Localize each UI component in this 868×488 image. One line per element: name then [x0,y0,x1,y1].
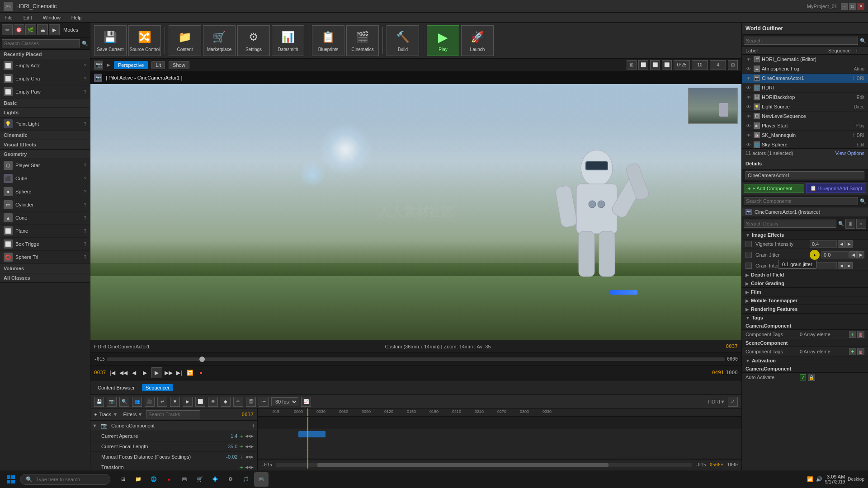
seq-menu-btn[interactable]: ▼ [170,397,180,407]
seq-keyframe-btn[interactable]: ◆ [221,397,231,407]
grain-jitter-value[interactable] [821,251,849,258]
eye-icon[interactable]: 👁 [745,132,752,138]
tl-range-bar[interactable] [276,463,692,467]
go-to-start-btn[interactable]: |◀ [108,368,117,377]
scene-tags-add-btn[interactable]: + [849,348,856,355]
task-view-btn[interactable]: ⊞ [116,472,130,487]
app1-btn[interactable]: 💠 [208,472,222,487]
track-focal-length[interactable]: Current Focal Length 35.0 + ◀●▶ [90,441,257,452]
list-item[interactable]: ▲ Cone ? [0,211,90,225]
list-item[interactable]: ⬜ Empty Paw ? [0,85,90,99]
maximize-btn[interactable]: □ [849,3,856,10]
viewport-ctrl-4[interactable]: ⬜ [662,60,672,70]
actor-name-input[interactable] [745,171,864,179]
outliner-item-hdri-cinematic[interactable]: 👁 🎬 HDRI_Cinematic (Editor) [742,55,868,64]
list-item[interactable]: ⬜ Empty Acto ? [0,59,90,72]
list-item[interactable]: 💡 Point Light ? [0,117,90,131]
outliner-item-atmos-fog[interactable]: 👁 ☁ Atmospheric Fog Atmo [742,64,868,74]
mode-select-icon[interactable]: ✏ [2,24,13,35]
seq-group-btn[interactable]: 👥 [132,397,142,407]
category-visual-effects[interactable]: Visual Effects [0,140,90,150]
mode-landscape-icon[interactable]: ⛰ [37,24,48,35]
eye-icon[interactable]: 👁 [745,75,752,81]
viewport-cam-speed[interactable]: 4 [710,60,726,70]
track-camera-component[interactable]: ▼ 📷 CameraComponent + [90,421,257,431]
seq-transport-btn[interactable]: ▶ [183,397,193,407]
step-fwd-btn[interactable]: ▶ [141,368,150,377]
seq-gizmo-btn[interactable]: ⊕ [208,397,218,407]
list-item[interactable]: ⬜ Empty Cha ? [0,72,90,85]
seq-wave-btn[interactable]: 〜 [259,397,269,407]
component-instance-item[interactable]: 📷 CineCameraActor1 (Instance) [742,207,868,217]
sequencer-tab[interactable]: Sequencer [142,384,173,391]
content-browser-tab[interactable]: Content Browser [94,384,138,391]
content-button[interactable]: 📁 Content [169,25,201,56]
outliner-item-level-sequence[interactable]: 👁 🎞 NewLevelSequence [742,112,868,121]
taskbar-search-input[interactable] [36,477,99,482]
view-options-btn[interactable]: View Options [835,150,864,156]
build-button[interactable]: 🔨 Build [387,25,419,56]
mode-foliage-icon[interactable]: 🌿 [25,24,36,35]
menu-help[interactable]: Help [69,14,85,21]
category-all-classes[interactable]: All Classes [0,273,90,283]
tags-add-btn[interactable]: + [849,331,856,338]
eye-icon[interactable]: 👁 [745,113,752,119]
search-details-input[interactable] [744,220,836,228]
playback-scrubber[interactable] [107,357,725,361]
next-key-btn[interactable]: ▶▶ [164,368,173,377]
close-btn[interactable]: ✕ [857,3,864,10]
grain-jitter-slider-btn[interactable]: ◀ [849,251,857,258]
category-basic[interactable]: Basic [0,99,90,108]
chrome-btn[interactable]: ● [162,472,176,487]
add-track-btn[interactable]: +Track▼ [94,412,118,417]
seq-snapshot-btn[interactable]: 📷 [107,397,117,407]
list-item[interactable]: ⬡ Player Star ? [0,159,90,172]
outliner-search-input[interactable] [744,37,858,45]
eye-icon[interactable]: 👁 [745,94,752,100]
outliner-item-light-source[interactable]: 👁 💡 Light Source Direc [742,102,868,112]
minimize-btn[interactable]: ─ [841,3,848,10]
details-view-grid-btn[interactable]: ⊞ [845,219,855,229]
start-button[interactable] [4,472,18,487]
viewport-grid-size[interactable]: 10 [692,60,708,70]
section-image-effects[interactable]: ▼ Image Effects [742,231,868,239]
viewport-ctrl-3[interactable]: ⬜ [650,60,660,70]
go-to-end-btn[interactable]: ▶| [175,368,184,377]
edge-btn[interactable]: 🌐 [146,472,161,487]
grain-intensity-checkbox[interactable] [745,263,752,269]
menu-window[interactable]: Window [40,14,63,21]
step-back-btn[interactable]: ◀ [130,368,139,377]
section-tags[interactable]: ▼ Tags [742,314,868,322]
eye-icon[interactable]: 👁 [745,103,752,110]
outliner-item-mannequin[interactable]: 👁 🤖 SK_Mannequin HDRI [742,131,868,140]
track-add-key-btn[interactable]: + [239,432,243,440]
blueprints-button[interactable]: 📋 Blueprints [312,25,344,56]
track-focus-distance[interactable]: Manual Focus Distance (Focus Settings) -… [90,452,257,462]
list-item[interactable]: ⭕ Sphere Tri ? [0,251,90,264]
eye-icon[interactable]: 👁 [745,66,752,72]
play-pause-btn[interactable]: ▶ [151,367,162,378]
seq-save-btn[interactable]: 💾 [94,397,104,407]
mode-paint-icon[interactable]: 🎯 [14,24,24,35]
track-add-key-btn-3[interactable]: + [239,453,243,460]
show-button[interactable]: Show [169,61,189,69]
auto-activate-checkbox[interactable]: ✓ [800,374,806,380]
epic-btn[interactable]: 🎮 [177,472,192,487]
menu-file[interactable]: File [2,14,15,21]
framerate-dropdown[interactable]: 30 fps 24 fps 60 fps [271,397,298,406]
launch-button[interactable]: 🚀 Launch [461,25,494,56]
save-current-button[interactable]: 💾 Save Current [94,25,127,56]
grain-jitter-yellow-circle[interactable]: ● [810,250,820,260]
grain-intensity-btn[interactable]: ◀ [838,262,845,269]
category-cinematic[interactable]: Cinematic [0,131,90,140]
vignette-checkbox[interactable] [745,241,752,247]
category-recently-placed[interactable]: Recently Placed [0,50,90,59]
category-lights[interactable]: Lights [0,108,90,117]
search-components-input[interactable] [744,197,858,205]
track-add-key-btn-2[interactable]: + [239,443,243,450]
vignette-value-input[interactable] [810,240,837,248]
grain-jitter-checkbox[interactable] [745,252,752,258]
play-button[interactable]: ▶ Play [427,25,459,56]
scrubber-thumb[interactable] [199,357,205,362]
record-btn[interactable]: ● [197,368,206,377]
